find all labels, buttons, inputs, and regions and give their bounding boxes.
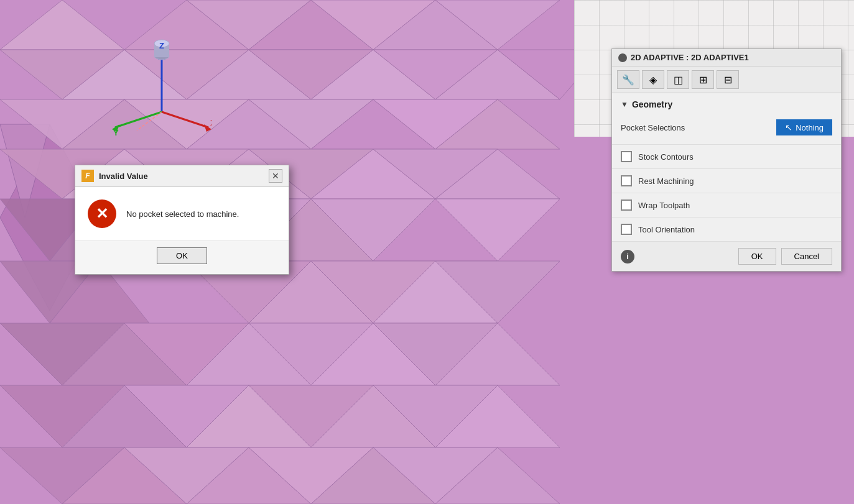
tool-tab-button[interactable]: 🔧 bbox=[617, 70, 639, 89]
error-icon: ✕ bbox=[88, 199, 116, 228]
geometry-section-header: ▼ Geometry bbox=[621, 99, 832, 109]
dialog-titlebar: F Invalid Value ✕ bbox=[75, 165, 289, 187]
stock-contours-label: Stock Contours bbox=[638, 152, 694, 162]
right-panel: 2D ADAPTIVE : 2D ADAPTIVE1 🔧 ◈ ◫ ⊞ ⊟ ▼ G… bbox=[611, 48, 842, 272]
rest-machining-label: Rest Machining bbox=[638, 176, 694, 186]
pocket-selections-row: Pocket Selections ↖ Nothing bbox=[621, 117, 832, 138]
pocket-selections-label: Pocket Selections bbox=[621, 123, 685, 132]
heights-tab-button[interactable]: ◫ bbox=[667, 70, 689, 89]
wrap-toolpath-checkbox[interactable] bbox=[621, 199, 632, 211]
dialog-app-icon: F bbox=[81, 170, 94, 182]
rest-machining-row: Rest Machining bbox=[612, 169, 841, 193]
panel-footer: i OK Cancel bbox=[612, 242, 841, 271]
svg-line-85 bbox=[137, 112, 162, 131]
panel-header: 2D ADAPTIVE : 2D ADAPTIVE1 bbox=[612, 49, 841, 66]
wrap-toolpath-row: Wrap Toolpath bbox=[612, 193, 841, 218]
panel-close-icon bbox=[618, 53, 627, 62]
rest-machining-checkbox[interactable] bbox=[621, 175, 632, 186]
dialog-footer: OK bbox=[75, 241, 289, 274]
svg-text:Z: Z bbox=[159, 41, 164, 50]
stock-contours-row: Stock Contours bbox=[612, 145, 841, 169]
passes-tab-button[interactable]: ⊞ bbox=[692, 70, 714, 89]
svg-text:X: X bbox=[210, 118, 211, 127]
geometry-section: ▼ Geometry Pocket Selections ↖ Nothing bbox=[612, 93, 841, 145]
error-x-symbol: ✕ bbox=[96, 206, 108, 221]
dialog-title-text: Invalid Value bbox=[99, 172, 148, 181]
nothing-btn-label: Nothing bbox=[796, 123, 824, 132]
svg-line-81 bbox=[162, 112, 208, 127]
nothing-button[interactable]: ↖ Nothing bbox=[776, 119, 832, 135]
svg-line-83 bbox=[115, 112, 162, 127]
panel-title: 2D ADAPTIVE : 2D ADAPTIVE1 bbox=[631, 53, 835, 62]
dialog-content: ✕ No pocket selected to machine. bbox=[75, 187, 289, 241]
axis-widget: X Z Y bbox=[112, 37, 211, 137]
dialog-ok-button[interactable]: OK bbox=[157, 247, 207, 264]
cancel-button[interactable]: Cancel bbox=[781, 248, 832, 265]
stock-contours-checkbox[interactable] bbox=[621, 151, 632, 162]
geometry-tab-button[interactable]: ◈ bbox=[642, 70, 664, 89]
dialog-message: No pocket selected to machine. bbox=[126, 209, 239, 219]
svg-text:Y: Y bbox=[113, 128, 119, 137]
wrap-toolpath-label: Wrap Toolpath bbox=[638, 201, 690, 210]
dialog-title-row: F Invalid Value bbox=[81, 170, 148, 182]
linking-tab-button[interactable]: ⊟ bbox=[717, 70, 739, 89]
dialog-close-button[interactable]: ✕ bbox=[269, 169, 282, 183]
geometry-section-title: Geometry bbox=[632, 99, 672, 109]
section-collapse-arrow: ▼ bbox=[621, 100, 628, 109]
ok-button[interactable]: OK bbox=[738, 248, 776, 265]
info-icon: i bbox=[621, 250, 634, 263]
tool-orientation-checkbox[interactable] bbox=[621, 224, 632, 235]
cursor-icon: ↖ bbox=[785, 122, 792, 132]
panel-toolbar: 🔧 ◈ ◫ ⊞ ⊟ bbox=[612, 66, 841, 93]
invalid-value-dialog: F Invalid Value ✕ ✕ No pocket selected t… bbox=[75, 165, 289, 275]
tool-orientation-label: Tool Orientation bbox=[638, 225, 695, 234]
tool-orientation-row: Tool Orientation bbox=[612, 218, 841, 242]
